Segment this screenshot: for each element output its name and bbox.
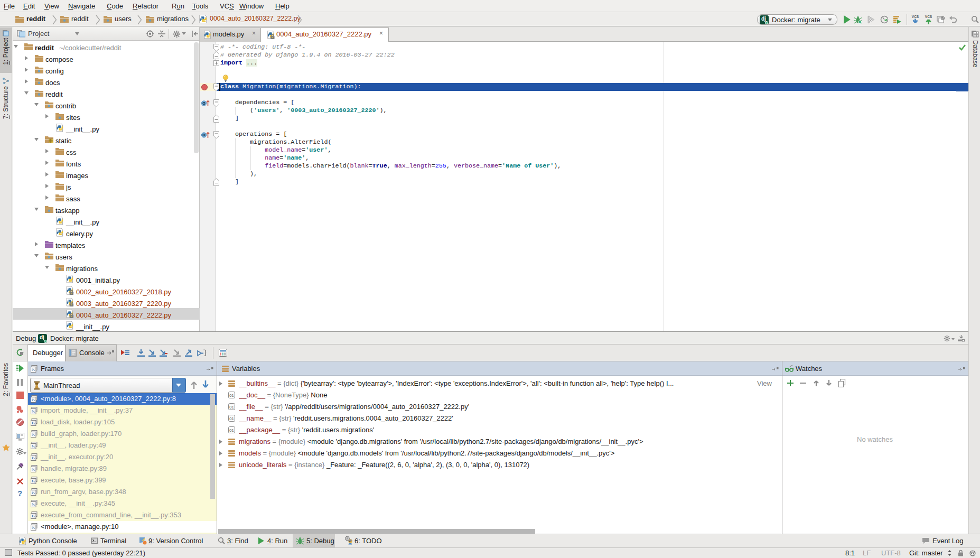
svg-text:VCS: VCS [925,15,932,18]
svg-text:VCS: VCS [912,15,919,18]
